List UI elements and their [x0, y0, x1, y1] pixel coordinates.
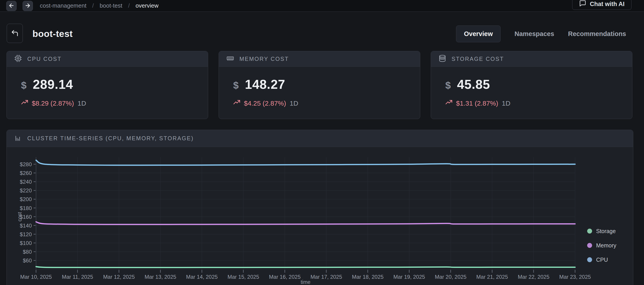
cpu-cost-delta: $8.29 (2.87%): [32, 100, 74, 107]
svg-text:$280: $280: [20, 161, 32, 167]
cpu-cost-value: 289.14: [33, 77, 73, 92]
svg-text:Mar 20, 2025: Mar 20, 2025: [435, 274, 466, 280]
svg-text:$200: $200: [20, 196, 32, 202]
svg-text:Mar 15, 2025: Mar 15, 2025: [228, 274, 259, 280]
cpu-cost-card-header: CPU COST: [7, 51, 208, 67]
svg-text:Mar 21, 2025: Mar 21, 2025: [476, 274, 508, 280]
memory-cost-body: $ 148.27 $4.25 (2.87%) 1D: [219, 67, 420, 108]
svg-text:Mar 23, 2025: Mar 23, 2025: [559, 274, 591, 280]
history-back-button[interactable]: [6, 1, 16, 11]
chat-with-ai-button[interactable]: Chat with AI: [572, 0, 632, 10]
svg-text:$240: $240: [20, 179, 32, 185]
breadcrumb-item-overview[interactable]: overview: [136, 2, 159, 9]
page-back-button[interactable]: [7, 24, 23, 43]
bar-chart-icon: [14, 134, 22, 143]
cpu-cost-period: 1D: [78, 100, 86, 107]
currency-symbol: $: [445, 80, 451, 91]
svg-text:$60: $60: [23, 258, 32, 264]
cluster-timeseries-header: CLUSTER TIME-SERIES (CPU, MEMORY, STORAG…: [7, 130, 633, 147]
svg-text:Mar 11, 2025: Mar 11, 2025: [62, 274, 93, 280]
storage-cost-body: $ 45.85 $1.31 (2.87%) 1D: [431, 67, 632, 108]
return-arrow-icon: [11, 29, 19, 38]
svg-text:$120: $120: [20, 231, 32, 237]
currency-symbol: $: [21, 80, 26, 91]
svg-text:$80: $80: [23, 249, 32, 255]
svg-text:Mar 13, 2025: Mar 13, 2025: [144, 274, 176, 280]
cpu-cost-label: CPU COST: [27, 56, 62, 62]
storage-cost-period: 1D: [502, 100, 510, 107]
svg-text:$260: $260: [20, 170, 32, 176]
cost-summary-cards: CPU COST $ 289.14 $8.29 (2.87%) 1D: [6, 51, 632, 119]
memory-icon: [226, 54, 234, 63]
svg-text:Mar 10, 2025: Mar 10, 2025: [20, 274, 52, 280]
chat-with-ai-label: Chat with AI: [590, 1, 624, 8]
tab-recommendations[interactable]: Recommendations: [568, 30, 626, 38]
currency-symbol: $: [233, 80, 238, 91]
svg-text:Storage: Storage: [596, 228, 616, 234]
svg-text:$140: $140: [20, 222, 32, 229]
top-navigation-bar: cost-management / boot-test / overview C…: [0, 0, 644, 12]
cluster-timeseries-card: CLUSTER TIME-SERIES (CPU, MEMORY, STORAG…: [6, 130, 633, 285]
cluster-timeseries-title: CLUSTER TIME-SERIES (CPU, MEMORY, STORAG…: [27, 135, 194, 142]
svg-text:Mar 12, 2025: Mar 12, 2025: [103, 274, 135, 280]
database-icon: [438, 54, 446, 63]
memory-cost-label: MEMORY COST: [240, 56, 289, 62]
history-forward-button[interactable]: [22, 1, 33, 11]
arrow-right-icon: [24, 2, 31, 10]
storage-cost-label: STORAGE COST: [452, 56, 504, 62]
trending-up-icon: [233, 99, 240, 108]
storage-cost-card: STORAGE COST $ 45.85 $1.31 (2.87%) 1D: [431, 51, 632, 119]
cluster-timeseries-plot: $280$260$240$220$200$180$160$140$120$100…: [7, 147, 634, 285]
storage-cost-card-header: STORAGE COST: [431, 51, 632, 67]
svg-text:$100: $100: [20, 240, 32, 246]
page-title: boot-test: [32, 29, 73, 39]
svg-text:Mar 17, 2025: Mar 17, 2025: [310, 274, 342, 280]
breadcrumb-separator: /: [92, 2, 94, 9]
storage-cost-delta: $1.31 (2.87%): [456, 100, 498, 107]
breadcrumb-separator: /: [128, 2, 130, 9]
svg-text:Memory: Memory: [596, 242, 616, 248]
breadcrumb: cost-management / boot-test / overview: [40, 0, 158, 12]
memory-cost-card: MEMORY COST $ 148.27 $4.25 (2.87%) 1D: [218, 51, 420, 119]
svg-text:CPU: CPU: [596, 256, 608, 263]
storage-cost-value: 45.85: [457, 77, 490, 92]
svg-text:Mar 22, 2025: Mar 22, 2025: [518, 274, 549, 280]
memory-cost-card-header: MEMORY COST: [219, 51, 420, 67]
memory-cost-period: 1D: [290, 100, 298, 107]
cpu-cost-body: $ 289.14 $8.29 (2.87%) 1D: [7, 67, 208, 108]
tab-overview[interactable]: Overview: [456, 26, 500, 42]
svg-text:cost: cost: [17, 212, 22, 222]
breadcrumb-item-cost-management[interactable]: cost-management: [40, 2, 86, 9]
memory-cost-value: 148.27: [245, 77, 285, 92]
page-tabs: Overview Namespaces Recommendations: [456, 26, 626, 42]
cpu-icon: [14, 54, 22, 63]
chat-bubble-icon: [579, 0, 586, 8]
trending-up-icon: [445, 99, 452, 108]
breadcrumb-item-boot-test[interactable]: boot-test: [100, 2, 122, 9]
svg-text:Mar 19, 2025: Mar 19, 2025: [394, 274, 425, 280]
svg-text:$220: $220: [20, 188, 32, 194]
arrow-left-icon: [8, 2, 14, 10]
trending-up-icon: [21, 99, 28, 108]
cpu-cost-card: CPU COST $ 289.14 $8.29 (2.87%) 1D: [6, 51, 208, 119]
svg-text:Mar 16, 2025: Mar 16, 2025: [269, 274, 300, 280]
memory-cost-delta: $4.25 (2.87%): [244, 100, 286, 107]
cost-dashboard-screen: cost-management / boot-test / overview C…: [0, 0, 644, 285]
svg-text:$180: $180: [20, 205, 32, 211]
svg-text:time: time: [301, 279, 310, 285]
tab-namespaces[interactable]: Namespaces: [514, 30, 554, 38]
svg-text:Mar 14, 2025: Mar 14, 2025: [186, 274, 218, 280]
svg-text:Mar 18, 2025: Mar 18, 2025: [352, 274, 384, 280]
